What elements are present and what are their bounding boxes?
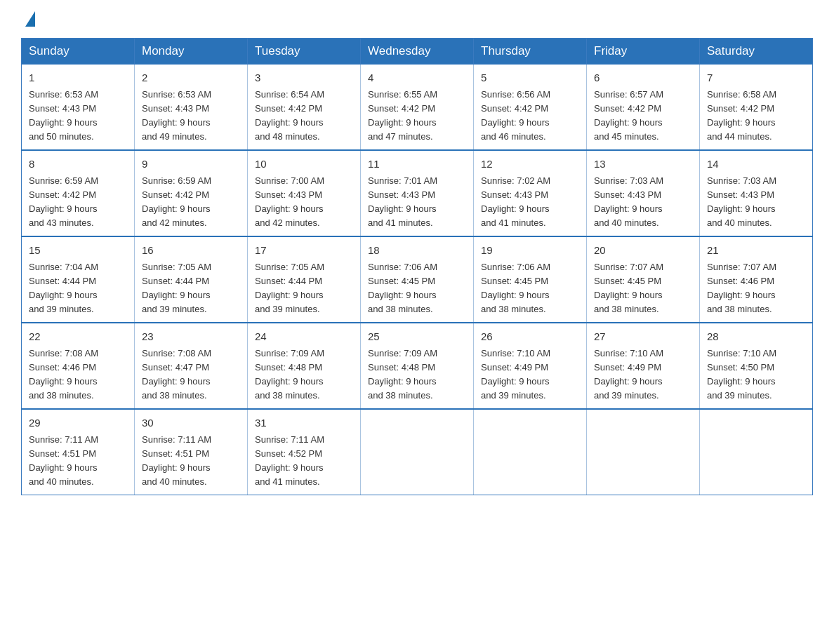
calendar-day-cell bbox=[474, 409, 587, 495]
calendar-day-cell: 13Sunrise: 7:03 AMSunset: 4:43 PMDayligh… bbox=[587, 150, 700, 236]
calendar-day-cell: 22Sunrise: 7:08 AMSunset: 4:46 PMDayligh… bbox=[22, 323, 135, 409]
day-number: 10 bbox=[255, 156, 353, 173]
day-number: 6 bbox=[594, 70, 692, 86]
day-info: Sunrise: 7:02 AMSunset: 4:43 PMDaylight:… bbox=[481, 174, 579, 231]
page-wrapper: SundayMondayTuesdayWednesdayThursdayFrid… bbox=[0, 0, 834, 516]
calendar-day-cell: 14Sunrise: 7:03 AMSunset: 4:43 PMDayligh… bbox=[700, 150, 813, 236]
calendar-day-cell: 31Sunrise: 7:11 AMSunset: 4:52 PMDayligh… bbox=[248, 409, 361, 495]
day-info: Sunrise: 6:54 AMSunset: 4:42 PMDaylight:… bbox=[255, 88, 353, 145]
day-info: Sunrise: 7:06 AMSunset: 4:45 PMDaylight:… bbox=[368, 260, 466, 317]
calendar-day-cell bbox=[361, 409, 474, 495]
day-number: 9 bbox=[142, 156, 240, 173]
calendar-day-cell: 29Sunrise: 7:11 AMSunset: 4:51 PMDayligh… bbox=[22, 409, 135, 495]
calendar-week-row: 15Sunrise: 7:04 AMSunset: 4:44 PMDayligh… bbox=[22, 236, 813, 323]
day-number: 28 bbox=[707, 329, 805, 345]
day-info: Sunrise: 7:04 AMSunset: 4:44 PMDaylight:… bbox=[29, 260, 127, 317]
day-info: Sunrise: 6:59 AMSunset: 4:42 PMDaylight:… bbox=[142, 174, 240, 231]
day-info: Sunrise: 7:11 AMSunset: 4:51 PMDaylight:… bbox=[142, 433, 240, 490]
calendar-day-cell: 21Sunrise: 7:07 AMSunset: 4:46 PMDayligh… bbox=[700, 236, 813, 323]
weekday-header-thursday: Thursday bbox=[474, 39, 587, 65]
day-info: Sunrise: 7:03 AMSunset: 4:43 PMDaylight:… bbox=[707, 174, 805, 231]
day-number: 4 bbox=[368, 70, 466, 86]
day-number: 26 bbox=[481, 329, 579, 345]
calendar-day-cell: 23Sunrise: 7:08 AMSunset: 4:47 PMDayligh… bbox=[135, 323, 248, 409]
day-number: 29 bbox=[29, 415, 127, 431]
calendar-day-cell: 1Sunrise: 6:53 AMSunset: 4:43 PMDaylight… bbox=[22, 65, 135, 151]
day-info: Sunrise: 7:05 AMSunset: 4:44 PMDaylight:… bbox=[142, 260, 240, 317]
calendar-day-cell: 24Sunrise: 7:09 AMSunset: 4:48 PMDayligh… bbox=[248, 323, 361, 409]
day-info: Sunrise: 7:07 AMSunset: 4:45 PMDaylight:… bbox=[594, 260, 692, 317]
calendar-day-cell: 26Sunrise: 7:10 AMSunset: 4:49 PMDayligh… bbox=[474, 323, 587, 409]
calendar-day-cell: 9Sunrise: 6:59 AMSunset: 4:42 PMDaylight… bbox=[135, 150, 248, 236]
weekday-header-tuesday: Tuesday bbox=[248, 39, 361, 65]
header bbox=[21, 14, 813, 24]
day-number: 1 bbox=[29, 70, 127, 86]
calendar-day-cell: 10Sunrise: 7:00 AMSunset: 4:43 PMDayligh… bbox=[248, 150, 361, 236]
calendar-day-cell: 25Sunrise: 7:09 AMSunset: 4:48 PMDayligh… bbox=[361, 323, 474, 409]
calendar-day-cell: 5Sunrise: 6:56 AMSunset: 4:42 PMDaylight… bbox=[474, 65, 587, 151]
day-info: Sunrise: 6:53 AMSunset: 4:43 PMDaylight:… bbox=[142, 88, 240, 145]
calendar-day-cell: 18Sunrise: 7:06 AMSunset: 4:45 PMDayligh… bbox=[361, 236, 474, 323]
day-number: 19 bbox=[481, 243, 579, 259]
day-number: 24 bbox=[255, 329, 353, 345]
weekday-header-monday: Monday bbox=[135, 39, 248, 65]
day-info: Sunrise: 7:10 AMSunset: 4:50 PMDaylight:… bbox=[707, 347, 805, 403]
calendar-day-cell: 8Sunrise: 6:59 AMSunset: 4:42 PMDaylight… bbox=[22, 150, 135, 236]
calendar-day-cell: 19Sunrise: 7:06 AMSunset: 4:45 PMDayligh… bbox=[474, 236, 587, 323]
calendar-day-cell: 6Sunrise: 6:57 AMSunset: 4:42 PMDaylight… bbox=[587, 65, 700, 151]
calendar-day-cell bbox=[587, 409, 700, 495]
day-number: 2 bbox=[142, 70, 240, 86]
day-number: 21 bbox=[707, 243, 805, 259]
day-number: 13 bbox=[594, 156, 692, 173]
calendar-day-cell bbox=[700, 409, 813, 495]
weekday-header-wednesday: Wednesday bbox=[361, 39, 474, 65]
day-info: Sunrise: 7:01 AMSunset: 4:43 PMDaylight:… bbox=[368, 174, 466, 231]
day-number: 25 bbox=[368, 329, 466, 345]
day-info: Sunrise: 7:10 AMSunset: 4:49 PMDaylight:… bbox=[481, 347, 579, 403]
day-number: 12 bbox=[481, 156, 579, 173]
calendar-week-row: 29Sunrise: 7:11 AMSunset: 4:51 PMDayligh… bbox=[22, 409, 813, 495]
day-info: Sunrise: 7:11 AMSunset: 4:51 PMDaylight:… bbox=[29, 433, 127, 490]
day-number: 3 bbox=[255, 70, 353, 86]
day-number: 7 bbox=[707, 70, 805, 86]
calendar-day-cell: 12Sunrise: 7:02 AMSunset: 4:43 PMDayligh… bbox=[474, 150, 587, 236]
day-info: Sunrise: 6:59 AMSunset: 4:42 PMDaylight:… bbox=[29, 174, 127, 231]
calendar-day-cell: 15Sunrise: 7:04 AMSunset: 4:44 PMDayligh… bbox=[22, 236, 135, 323]
weekday-header-sunday: Sunday bbox=[22, 39, 135, 65]
day-info: Sunrise: 6:56 AMSunset: 4:42 PMDaylight:… bbox=[481, 88, 579, 145]
weekday-header-friday: Friday bbox=[587, 39, 700, 65]
calendar-day-cell: 27Sunrise: 7:10 AMSunset: 4:49 PMDayligh… bbox=[587, 323, 700, 409]
day-info: Sunrise: 6:58 AMSunset: 4:42 PMDaylight:… bbox=[707, 88, 805, 145]
day-number: 22 bbox=[29, 329, 127, 345]
day-info: Sunrise: 7:03 AMSunset: 4:43 PMDaylight:… bbox=[594, 174, 692, 231]
day-info: Sunrise: 7:07 AMSunset: 4:46 PMDaylight:… bbox=[707, 260, 805, 317]
day-info: Sunrise: 7:09 AMSunset: 4:48 PMDaylight:… bbox=[255, 347, 353, 403]
calendar-day-cell: 3Sunrise: 6:54 AMSunset: 4:42 PMDaylight… bbox=[248, 65, 361, 151]
calendar-header-row: SundayMondayTuesdayWednesdayThursdayFrid… bbox=[22, 39, 813, 65]
weekday-header-saturday: Saturday bbox=[700, 39, 813, 65]
day-number: 5 bbox=[481, 70, 579, 86]
day-number: 17 bbox=[255, 243, 353, 259]
day-number: 30 bbox=[142, 415, 240, 431]
day-info: Sunrise: 6:57 AMSunset: 4:42 PMDaylight:… bbox=[594, 88, 692, 145]
day-info: Sunrise: 7:08 AMSunset: 4:46 PMDaylight:… bbox=[29, 347, 127, 403]
day-number: 18 bbox=[368, 243, 466, 259]
calendar-day-cell: 30Sunrise: 7:11 AMSunset: 4:51 PMDayligh… bbox=[135, 409, 248, 495]
logo-area bbox=[21, 14, 35, 24]
calendar-week-row: 22Sunrise: 7:08 AMSunset: 4:46 PMDayligh… bbox=[22, 323, 813, 409]
day-info: Sunrise: 7:09 AMSunset: 4:48 PMDaylight:… bbox=[368, 347, 466, 403]
calendar-day-cell: 4Sunrise: 6:55 AMSunset: 4:42 PMDaylight… bbox=[361, 65, 474, 151]
day-number: 16 bbox=[142, 243, 240, 259]
day-info: Sunrise: 6:53 AMSunset: 4:43 PMDaylight:… bbox=[29, 88, 127, 145]
day-info: Sunrise: 6:55 AMSunset: 4:42 PMDaylight:… bbox=[368, 88, 466, 145]
day-info: Sunrise: 7:08 AMSunset: 4:47 PMDaylight:… bbox=[142, 347, 240, 403]
calendar-day-cell: 16Sunrise: 7:05 AMSunset: 4:44 PMDayligh… bbox=[135, 236, 248, 323]
calendar-day-cell: 28Sunrise: 7:10 AMSunset: 4:50 PMDayligh… bbox=[700, 323, 813, 409]
day-info: Sunrise: 7:10 AMSunset: 4:49 PMDaylight:… bbox=[594, 347, 692, 403]
day-number: 27 bbox=[594, 329, 692, 345]
calendar-day-cell: 20Sunrise: 7:07 AMSunset: 4:45 PMDayligh… bbox=[587, 236, 700, 323]
day-info: Sunrise: 7:05 AMSunset: 4:44 PMDaylight:… bbox=[255, 260, 353, 317]
day-number: 8 bbox=[29, 156, 127, 173]
day-info: Sunrise: 7:00 AMSunset: 4:43 PMDaylight:… bbox=[255, 174, 353, 231]
calendar-day-cell: 2Sunrise: 6:53 AMSunset: 4:43 PMDaylight… bbox=[135, 65, 248, 151]
